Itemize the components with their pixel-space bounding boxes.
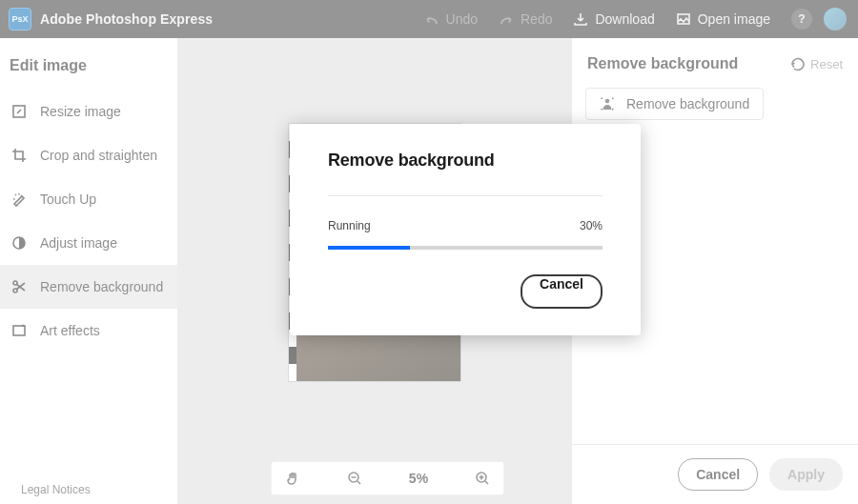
dialog-cancel-button[interactable]: Cancel <box>521 274 603 309</box>
progress-dialog: Remove background Running 30% Cancel <box>290 124 641 335</box>
dialog-title: Remove background <box>328 151 603 171</box>
progress-bar <box>328 246 603 250</box>
dialog-status-label: Running <box>328 219 371 232</box>
dialog-percent-label: 30% <box>580 219 603 232</box>
progress-bar-fill <box>328 246 410 250</box>
